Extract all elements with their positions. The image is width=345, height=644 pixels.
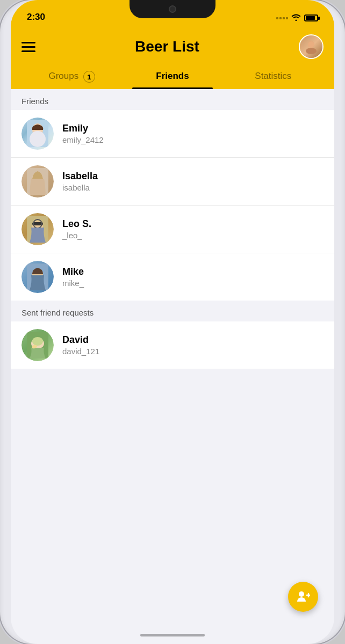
groups-badge: 1 — [83, 71, 95, 83]
isabella-avatar — [21, 165, 54, 197]
friend-item-isabella[interactable]: Isabella isabella — [11, 158, 334, 206]
friends-section-header: Friends — [11, 89, 334, 110]
david-avatar — [21, 329, 54, 361]
tab-groups[interactable]: Groups 1 — [21, 65, 122, 89]
home-indicator — [140, 634, 205, 636]
leo-username: _leo_ — [62, 231, 324, 240]
mike-info: Mike mike_ — [62, 266, 324, 288]
mike-username: mike_ — [62, 279, 324, 288]
phone-frame: 2:30 — [0, 0, 345, 644]
mike-name: Mike — [62, 266, 324, 277]
app-header: Beer List Groups 1 — [11, 27, 334, 89]
notch — [130, 0, 215, 18]
signal-icon — [276, 17, 288, 19]
tab-friends[interactable]: Friends — [122, 65, 222, 89]
david-username: david_121 — [62, 347, 324, 356]
tab-bar: Groups 1 Friends Statistics — [21, 65, 324, 89]
tab-statistics-label: Statistics — [255, 71, 291, 81]
david-info: David david_121 — [62, 334, 324, 356]
isabella-name: Isabella — [62, 171, 324, 182]
add-friend-fab[interactable] — [288, 582, 318, 612]
phone-screen: 2:30 — [11, 0, 334, 644]
mike-avatar — [21, 261, 54, 293]
emily-info: Emily emily_2412 — [62, 123, 324, 144]
requests-list: David david_121 — [11, 321, 334, 369]
status-time: 2:30 — [27, 12, 45, 23]
tab-friends-label: Friends — [156, 71, 189, 81]
app-title: Beer List — [135, 38, 199, 55]
isabella-username: isabella — [62, 183, 324, 192]
svg-point-2 — [308, 41, 314, 48]
emily-avatar — [21, 118, 54, 150]
leo-avatar — [21, 213, 54, 245]
wifi-icon — [291, 13, 301, 23]
menu-button[interactable] — [21, 42, 35, 52]
add-friend-icon — [296, 590, 310, 604]
main-content: Friends Emily — [11, 89, 334, 369]
svg-point-1 — [306, 48, 317, 54]
isabella-info: Isabella isabella — [62, 171, 324, 192]
svg-point-18 — [299, 591, 304, 597]
battery-icon — [304, 14, 318, 21]
camera — [169, 5, 176, 13]
tab-statistics[interactable]: Statistics — [223, 65, 324, 89]
svg-point-5 — [30, 131, 46, 147]
header-avatar — [300, 35, 322, 58]
status-icons — [276, 13, 318, 23]
emily-username: emily_2412 — [62, 135, 324, 144]
emily-name: Emily — [62, 123, 324, 134]
request-item-david[interactable]: David david_121 — [11, 321, 334, 369]
tab-groups-label: Groups — [48, 71, 78, 81]
friend-item-mike[interactable]: Mike mike_ — [11, 253, 334, 301]
friend-item-leo[interactable]: Leo S. _leo_ — [11, 206, 334, 253]
friends-list: Emily emily_2412 — [11, 110, 334, 301]
leo-name: Leo S. — [62, 218, 324, 230]
svg-point-16 — [32, 337, 43, 346]
david-name: David — [62, 334, 324, 346]
friend-item-emily[interactable]: Emily emily_2412 — [11, 110, 334, 158]
requests-section-header: Sent friend requests — [11, 301, 334, 321]
user-avatar-button[interactable] — [299, 34, 324, 59]
leo-info: Leo S. _leo_ — [62, 218, 324, 240]
